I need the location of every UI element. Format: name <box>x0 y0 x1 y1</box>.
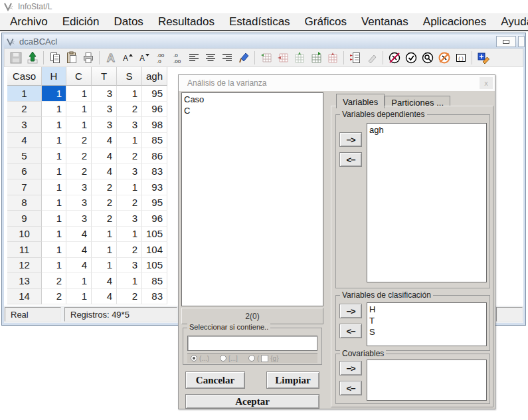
data-cell[interactable]: 85 <box>142 273 167 289</box>
available-variables-list[interactable]: CasoC <box>181 92 323 306</box>
data-cell[interactable]: 105 <box>142 227 167 243</box>
menu-item-ventanas[interactable]: Ventanas <box>354 13 416 30</box>
list-item[interactable]: H <box>369 304 484 315</box>
data-cell[interactable]: 105 <box>142 258 167 274</box>
customize-colors-icon[interactable] <box>475 50 491 66</box>
list-item[interactable]: agh <box>369 124 484 136</box>
paste-icon[interactable] <box>63 50 80 66</box>
spreadsheet[interactable]: CasoHCTSagh11131952113296311339841241855… <box>7 67 167 304</box>
menu-item-resultados[interactable]: Resultados <box>151 13 222 30</box>
filter-radio-0[interactable]: (...) <box>191 355 209 362</box>
data-cell[interactable]: 83 <box>142 164 167 180</box>
data-cell[interactable]: 4 <box>92 289 117 305</box>
data-cell[interactable]: 104 <box>142 242 167 258</box>
data-cell[interactable]: 3 <box>117 117 142 133</box>
row-header-cell[interactable]: 8 <box>7 195 42 211</box>
align-center-icon[interactable] <box>202 50 219 66</box>
data-cell[interactable]: 2 <box>117 102 142 118</box>
brackets-icon[interactable]: ( ) <box>452 50 469 66</box>
activate-case-icon[interactable] <box>402 50 419 66</box>
menu-item-aplicaciones[interactable]: Aplicaciones <box>416 13 493 30</box>
data-cell[interactable]: 1 <box>117 273 142 289</box>
row-header-cell[interactable]: 2 <box>7 102 42 118</box>
font-icon[interactable]: A <box>102 50 119 66</box>
data-cell[interactable]: 1 <box>42 102 66 118</box>
row-header-cell[interactable]: 6 <box>7 164 42 180</box>
data-cell[interactable]: 1 <box>117 86 142 102</box>
data-cell[interactable]: 1 <box>42 195 66 211</box>
edit-cell-icon[interactable] <box>363 50 380 66</box>
data-cell[interactable]: 1 <box>66 102 92 118</box>
data-cell[interactable]: 4 <box>66 227 92 243</box>
copy-icon[interactable] <box>46 50 63 66</box>
accept-button[interactable]: Aceptar <box>185 394 319 409</box>
data-cell[interactable]: 3 <box>117 164 142 180</box>
row-header-cell[interactable]: 13 <box>7 273 42 289</box>
row-header-cell[interactable]: 12 <box>7 258 42 274</box>
remove-covariable-button[interactable]: <− <box>339 381 362 395</box>
row-header-cell[interactable]: 11 <box>7 242 42 258</box>
data-cell[interactable]: 2 <box>66 164 92 180</box>
data-cell[interactable]: 1 <box>42 148 66 164</box>
data-cell[interactable]: 1 <box>117 179 142 195</box>
dialog-titlebar[interactable]: Análisis de la varianza x <box>179 75 495 91</box>
data-cell[interactable]: 2 <box>42 289 66 305</box>
data-cell[interactable]: 1 <box>42 242 66 258</box>
filter-input[interactable] <box>187 336 317 351</box>
maximize-button[interactable] <box>518 36 525 47</box>
data-cell[interactable]: 1 <box>42 179 66 195</box>
increase-decimals-icon[interactable]: .0.00 <box>169 50 185 66</box>
data-cell[interactable]: 1 <box>66 117 92 133</box>
data-cell[interactable]: 1 <box>92 242 117 258</box>
row-header-cell[interactable]: 4 <box>7 133 42 149</box>
print-icon[interactable] <box>80 50 96 66</box>
list-item[interactable]: C <box>184 105 321 116</box>
menu-item-ayuda[interactable]: Ayuda <box>493 13 528 30</box>
decrease-decimals-icon[interactable]: .00.0 <box>152 50 169 66</box>
row-header-cell[interactable]: 7 <box>7 179 42 195</box>
data-cell[interactable]: 1 <box>117 133 142 149</box>
deactivate-case-icon[interactable] <box>386 50 402 66</box>
add-dependent-button[interactable]: −> <box>339 132 362 147</box>
data-cell[interactable]: 85 <box>142 133 167 149</box>
data-cell[interactable]: 98 <box>142 117 167 133</box>
data-cell[interactable]: 95 <box>142 86 167 102</box>
data-cell[interactable]: 1 <box>42 117 66 133</box>
save-icon[interactable] <box>7 50 24 66</box>
tab-variables[interactable]: Variables <box>336 94 385 108</box>
column-header-Caso[interactable]: Caso <box>7 67 42 86</box>
insert-row-icon[interactable] <box>258 50 274 66</box>
data-cell[interactable]: 3 <box>66 179 92 195</box>
data-cell[interactable]: 4 <box>66 242 92 258</box>
minimize-button[interactable] <box>496 36 516 47</box>
data-cell[interactable]: 2 <box>66 148 92 164</box>
row-header-cell[interactable]: 10 <box>7 227 42 243</box>
data-cell[interactable]: 86 <box>142 148 167 164</box>
clear-button[interactable]: Limpiar <box>266 371 319 389</box>
column-header-T[interactable]: T <box>92 67 117 86</box>
data-cell[interactable]: 93 <box>142 179 167 195</box>
menu-item-edicion[interactable]: Edición <box>55 13 107 30</box>
cancel-button[interactable]: Cancelar <box>185 371 245 389</box>
data-cell[interactable]: 1 <box>42 258 66 274</box>
row-header-cell[interactable]: 14 <box>7 289 42 305</box>
data-cell[interactable]: 4 <box>66 258 92 274</box>
data-cell[interactable]: 96 <box>142 102 167 118</box>
data-cell[interactable]: 1 <box>42 211 66 227</box>
font-decrease-icon[interactable]: A <box>135 50 152 66</box>
menu-item-graficos[interactable]: Gráficos <box>298 13 354 30</box>
data-cell[interactable]: 2 <box>117 242 142 258</box>
data-cell[interactable]: 2 <box>92 179 117 195</box>
add-classification-button[interactable]: −> <box>339 304 362 318</box>
data-cell[interactable]: 4 <box>92 273 117 289</box>
add-covariable-button[interactable]: −> <box>339 361 362 375</box>
data-cell[interactable]: 3 <box>66 195 92 211</box>
data-cell[interactable]: 2 <box>117 148 142 164</box>
column-header-H[interactable]: H <box>42 67 66 86</box>
row-header-cell[interactable]: 3 <box>7 117 42 133</box>
data-cell[interactable]: 2 <box>92 195 117 211</box>
data-cell[interactable]: 1 <box>117 227 142 243</box>
data-cell[interactable]: 4 <box>92 164 117 180</box>
column-header-C[interactable]: C <box>66 67 92 86</box>
classification-variables-list[interactable]: HTS <box>367 302 487 346</box>
